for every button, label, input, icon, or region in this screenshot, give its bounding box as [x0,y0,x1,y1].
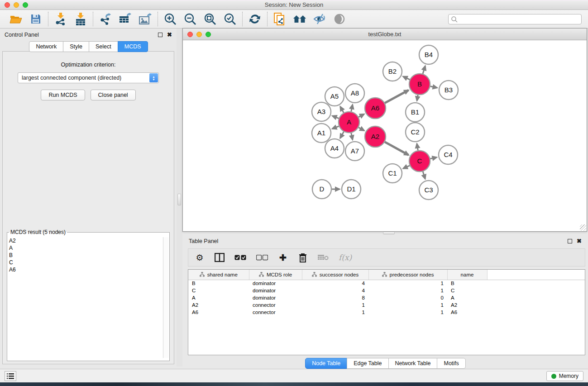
edge-C-C4[interactable] [430,157,436,159]
edge-B-B4[interactable] [423,66,425,74]
edge-A-A2[interactable] [359,128,364,131]
edge-A6-B[interactable] [385,90,408,103]
close-panel-icon[interactable]: ✖ [167,33,172,37]
cell-mcds_role[interactable]: connector [249,301,302,309]
graph-node-C4[interactable]: C4 [439,145,458,164]
cell-shared_name[interactable]: A [188,294,249,301]
graph-node-A3[interactable]: A3 [312,102,331,121]
zoom-in-icon[interactable] [163,12,177,26]
column-header-name[interactable]: name [447,270,487,280]
panel-vertical-divider[interactable] [177,29,182,367]
add-column-icon[interactable]: ✚ [278,252,288,263]
cell-shared_name[interactable]: A6 [188,309,249,316]
apply-layout-icon[interactable] [248,12,262,26]
cell-successor_nodes[interactable]: 4 [302,287,368,294]
divider-grip[interactable] [383,232,395,234]
graph-node-A7[interactable]: A7 [345,142,364,161]
column-header-MCDS-role[interactable]: MCDS role [249,270,302,280]
graph-node-D1[interactable]: D1 [342,180,361,199]
edge-B-B1[interactable] [417,95,418,101]
hide-selected-icon[interactable] [313,12,326,26]
mcds-result-list[interactable]: A2ABCA6 [9,237,163,358]
run-mcds-button[interactable]: Run MCDS [41,90,85,100]
open-session-icon[interactable] [9,12,23,26]
zoom-out-icon[interactable] [183,12,197,26]
table-row[interactable]: Cdominator41C [188,287,585,294]
cell-successor_nodes[interactable]: 4 [302,280,368,287]
table-row[interactable]: Bdominator41B [188,280,585,287]
graph-node-A2[interactable]: A2 [365,126,386,147]
show-all-icon[interactable] [333,12,346,26]
column-header-shared-name[interactable]: shared name [188,270,249,280]
graph-node-C1[interactable]: C1 [383,164,402,183]
node-table[interactable]: shared nameMCDS rolesuccessor nodesprede… [188,270,585,316]
graph-node-A1[interactable]: A1 [312,124,331,143]
cell-successor_nodes[interactable]: 1 [302,301,368,309]
edge-B-B3[interactable] [430,86,437,88]
edge-A2-C[interactable] [385,142,408,155]
close-panel-icon[interactable]: ✖ [577,239,582,243]
deselect-columns-icon[interactable] [256,252,268,263]
cell-name[interactable]: B [447,280,487,287]
import-network-icon[interactable] [54,12,67,26]
float-panel-icon[interactable] [158,33,163,37]
panel-horizontal-divider[interactable] [182,232,588,235]
tab-motifs[interactable]: Motifs [437,358,465,369]
network-window-titlebar[interactable]: testGlobe.txt [183,29,587,40]
mcds-result-item[interactable]: A6 [9,266,163,273]
mcds-result-item[interactable]: A [9,244,163,252]
graph-node-A[interactable]: A [339,112,359,133]
cell-predecessor_nodes[interactable]: 1 [368,309,447,316]
network-canvas[interactable]: B4B2BB3A5A8A6B1A3AA1C2A2A4A7C4CC1C3DD1 [183,40,587,231]
graph-node-A4[interactable]: A4 [325,139,344,158]
mcds-result-scrollbar[interactable] [163,237,169,358]
edge-A-A8[interactable] [351,105,353,111]
cell-predecessor_nodes[interactable]: 0 [368,294,447,301]
task-history-button[interactable] [5,371,16,381]
edge-C-C1[interactable] [403,166,410,168]
column-header-predecessor-nodes[interactable]: predecessor nodes [368,270,447,280]
graph-node-A8[interactable]: A8 [345,84,364,103]
mcds-result-item[interactable]: C [9,259,163,266]
table-row[interactable]: A2connector11A2 [188,301,585,309]
cell-successor_nodes[interactable]: 8 [302,294,368,301]
first-neighbors-icon[interactable] [293,12,306,26]
mcds-result-item[interactable]: B [9,252,163,259]
graph-node-B2[interactable]: B2 [383,62,402,81]
tab-network-table[interactable]: Network Table [388,358,438,369]
cell-predecessor_nodes[interactable]: 1 [368,287,447,294]
delete-column-icon[interactable] [298,252,308,263]
graph-node-C2[interactable]: C2 [406,123,425,142]
table-settings-icon[interactable]: ⚙ [195,252,205,263]
split-columns-icon[interactable] [215,252,225,263]
cell-name[interactable]: A6 [447,309,487,316]
cell-shared_name[interactable]: C [188,287,249,294]
cell-name[interactable]: A2 [447,301,487,309]
graph-node-B4[interactable]: B4 [419,45,438,64]
table-row[interactable]: A6connector11A6 [188,309,585,316]
window-resize-grip[interactable] [580,224,586,231]
graph-node-C[interactable]: C [409,151,430,172]
zoom-fit-icon[interactable] [203,12,217,26]
cell-mcds_role[interactable]: dominator [249,280,302,287]
cell-name[interactable]: C [447,287,487,294]
graph-node-C3[interactable]: C3 [419,181,438,200]
graph-node-D[interactable]: D [312,180,331,199]
graph-node-B[interactable]: B [409,74,430,95]
cell-mcds_role[interactable]: connector [249,309,302,316]
tab-edge-table[interactable]: Edge Table [347,358,388,369]
cell-mcds_role[interactable]: dominator [249,294,302,301]
edge-B-B2[interactable] [403,76,410,80]
close-panel-button[interactable]: Close panel [91,90,136,100]
edge-A-A6[interactable] [359,114,364,117]
graph-node-A5[interactable]: A5 [325,87,344,106]
edge-A-A7[interactable] [351,133,353,140]
save-session-icon[interactable] [29,12,43,26]
export-network-icon[interactable] [99,12,112,26]
tab-style[interactable]: Style [63,41,89,52]
memory-button[interactable]: Memory [546,371,583,381]
tab-mcds[interactable]: MCDS [118,41,148,52]
zoom-selected-icon[interactable] [223,12,237,26]
tab-select[interactable]: Select [89,41,118,52]
tab-node-table[interactable]: Node Table [305,358,347,369]
